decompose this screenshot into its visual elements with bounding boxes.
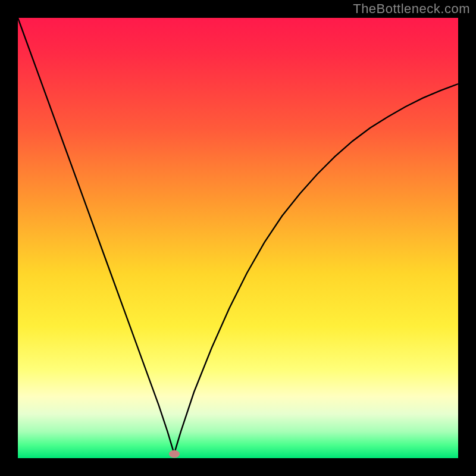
plot-area [18,18,458,458]
curve-path [18,18,458,454]
chart-root: TheBottleneck.com [0,0,476,476]
bottleneck-curve [18,18,458,458]
min-point-marker [169,450,180,458]
watermark-text: TheBottleneck.com [353,1,470,17]
